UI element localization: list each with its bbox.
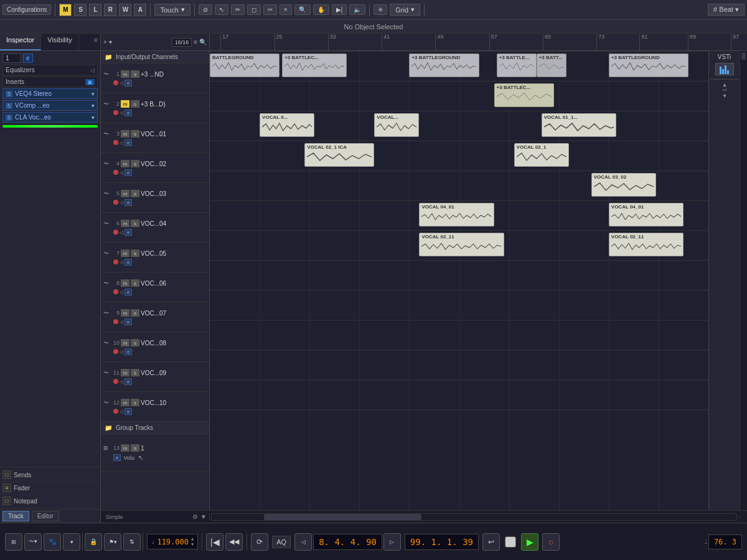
- track-solo-4[interactable]: s: [131, 160, 139, 167]
- track-mute-8[interactable]: m: [121, 279, 129, 287]
- clip-vocal01-3[interactable]: VOCAL 01_1...: [542, 113, 616, 137]
- undo-btn[interactable]: ↩: [482, 533, 500, 551]
- clip-vocal02-2[interactable]: VOCAL 02_1: [514, 143, 569, 167]
- settings-icon[interactable]: ⚙: [192, 513, 198, 520]
- track-record-3[interactable]: [113, 140, 118, 145]
- track-mute-3[interactable]: m: [121, 130, 129, 138]
- clip-vocal04-2[interactable]: VOCAL 04_01: [609, 203, 684, 226]
- transport-wave-select[interactable]: 〜▾: [24, 533, 42, 551]
- track-solo-7[interactable]: s: [131, 250, 139, 257]
- track-monitor-6[interactable]: ◁: [120, 230, 123, 235]
- speaker-btn[interactable]: 🔈: [349, 4, 365, 15]
- h-scroll-thumb[interactable]: [264, 514, 421, 520]
- vertical-scrollbar[interactable]: [740, 51, 747, 510]
- track-edit-5[interactable]: e: [125, 199, 132, 206]
- track-mute-4[interactable]: m: [121, 160, 129, 167]
- plugin-item-1[interactable]: 5 VComp ...eo ▾: [2, 100, 98, 111]
- track-solo-6[interactable]: s: [131, 220, 139, 227]
- position-display-1[interactable]: 8. 4. 4. 90: [313, 534, 382, 550]
- track-monitor-10[interactable]: ◁: [120, 349, 123, 355]
- mode-s-btn[interactable]: S: [74, 4, 87, 16]
- tempo-arrows[interactable]: ▲ ▼: [191, 536, 194, 547]
- zoom-btn[interactable]: 🔍: [294, 4, 311, 15]
- transport-arrows-btn[interactable]: ⇅: [123, 533, 141, 551]
- cycle-btn[interactable]: ⟳: [251, 533, 268, 551]
- track-monitor-8[interactable]: ◁: [120, 289, 123, 295]
- clip-battleground-1[interactable]: BATTLEGROUND: [210, 54, 280, 77]
- transport-paw-btn[interactable]: 🐾: [44, 533, 61, 551]
- track-mute-9[interactable]: m: [121, 309, 129, 317]
- end-value-display[interactable]: 76. 3: [708, 534, 742, 549]
- cursor-btn[interactable]: ↖: [215, 4, 228, 15]
- clip-battleground-2[interactable]: +3 BATTLEC...: [282, 54, 347, 77]
- track-solo-5[interactable]: s: [131, 190, 139, 197]
- transport-lock-btn[interactable]: 🔒: [85, 533, 102, 551]
- track-solo-11[interactable]: s: [131, 369, 139, 376]
- track-edit-4[interactable]: e: [125, 169, 132, 176]
- grid-dropdown[interactable]: Grid ▾: [390, 4, 420, 16]
- tempo-value[interactable]: 119.000: [157, 538, 189, 546]
- track-mute-1[interactable]: m: [121, 70, 129, 78]
- clip-vocal01-1[interactable]: VOCAL 0...: [260, 113, 314, 137]
- aq-btn[interactable]: AQ: [272, 536, 291, 548]
- plugin-item-0[interactable]: 5 VEQ4 Stereo ▾: [2, 88, 98, 99]
- track-solo-8[interactable]: s: [131, 279, 139, 287]
- track-edit-6[interactable]: e: [125, 229, 132, 236]
- fader-row[interactable]: ≡ Fader: [2, 482, 98, 495]
- transport-flag-btn[interactable]: ⚑▾: [104, 533, 121, 551]
- no-edit-btn[interactable]: ⊘: [199, 4, 212, 15]
- sends-row[interactable]: □ Sends: [2, 469, 98, 482]
- track-solo-3[interactable]: s: [131, 130, 139, 138]
- expand-icon[interactable]: ↕: [738, 514, 747, 520]
- inspector-menu-icon[interactable]: ≡: [92, 34, 100, 50]
- track-monitor-4[interactable]: ◁: [120, 170, 123, 175]
- track-solo-12[interactable]: s: [131, 399, 139, 406]
- go-start-btn[interactable]: |◀: [206, 533, 223, 551]
- editor-tab[interactable]: Editor: [32, 511, 59, 521]
- track-edit-10[interactable]: e: [125, 348, 132, 355]
- rewind-btn[interactable]: ◀◀: [225, 533, 243, 551]
- play-cursor-btn[interactable]: ▶|: [332, 4, 347, 15]
- plugin-item-2[interactable]: 5 CLA Voc...eo ▾: [2, 112, 98, 123]
- visibility-tab[interactable]: Visibility: [41, 34, 79, 50]
- scissors-btn[interactable]: ✂: [263, 4, 277, 15]
- clip-vocal0211-1[interactable]: VOCAL 02_11: [419, 233, 504, 256]
- clip-battleground-5[interactable]: +3 BATT...: [537, 54, 566, 77]
- track-record-6[interactable]: [113, 230, 118, 235]
- track-solo-2[interactable]: s: [131, 100, 139, 108]
- hand-btn[interactable]: ✋: [313, 4, 329, 15]
- track-record-9[interactable]: [113, 319, 118, 324]
- asterisk-btn[interactable]: ✳: [374, 4, 387, 15]
- track-edit-2[interactable]: e: [125, 110, 132, 116]
- track-edit-8[interactable]: e: [125, 289, 132, 296]
- track-edit-11[interactable]: e: [125, 378, 132, 385]
- clip-vocal0211-2[interactable]: VOCAL 02_11: [609, 233, 684, 256]
- add-track-btn[interactable]: +: [103, 39, 107, 45]
- eraser-btn[interactable]: ◻: [247, 4, 261, 15]
- scroll-down-icon[interactable]: ▼: [200, 513, 207, 520]
- track-mute-5[interactable]: m: [121, 190, 129, 197]
- stop-btn[interactable]: [505, 536, 516, 548]
- track-edit-1[interactable]: e: [125, 80, 132, 86]
- channel-value[interactable]: 1: [2, 54, 21, 63]
- track-solo-9[interactable]: s: [131, 309, 139, 317]
- transport-misc-btn-1[interactable]: ⊞: [5, 533, 22, 551]
- track-record-4[interactable]: [113, 170, 118, 175]
- inspector-tab[interactable]: Inspector: [0, 34, 41, 50]
- record-btn[interactable]: ○: [542, 533, 560, 551]
- track-mute-6[interactable]: m: [121, 220, 129, 227]
- pos1-left-btn[interactable]: ◁: [294, 533, 312, 551]
- mode-a-btn[interactable]: A: [134, 4, 146, 16]
- track-monitor-5[interactable]: ◁: [120, 200, 123, 205]
- clip-vocal04-1[interactable]: VOCAL 04_01: [419, 203, 494, 226]
- mode-l-btn[interactable]: L: [89, 4, 101, 16]
- track-search-icon[interactable]: 🔍: [199, 39, 207, 45]
- position-display-2[interactable]: 99. 1. 1. 39: [405, 534, 479, 550]
- track-record-11[interactable]: [113, 379, 118, 384]
- track-edit-13[interactable]: e: [113, 454, 121, 461]
- track-mute-2[interactable]: m: [121, 100, 129, 108]
- configurations-btn[interactable]: Configurations: [2, 4, 51, 15]
- glue-btn[interactable]: ×: [280, 4, 292, 15]
- track-monitor-7[interactable]: ◁: [120, 259, 123, 265]
- clip-battleground-3[interactable]: +3 BATTLEGROUND: [409, 54, 479, 77]
